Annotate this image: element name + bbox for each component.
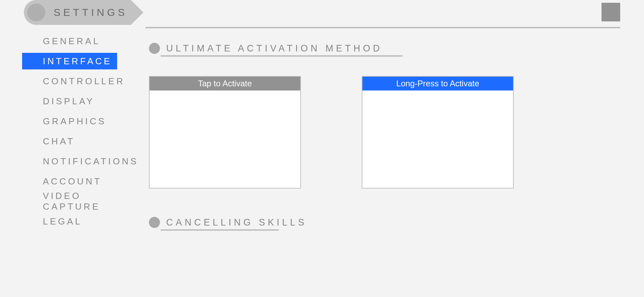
option-label: Tap to Activate [198, 79, 252, 88]
sidebar-item-interface[interactable]: INTERFACE [22, 53, 117, 69]
sidebar-item-display[interactable]: DISPLAY [22, 93, 117, 109]
section-bullet-icon [149, 43, 160, 54]
sidebar-item-label: INTERFACE [43, 56, 112, 67]
ultimate-options-row: Tap to Activate Long-Press to Activate [149, 76, 623, 189]
sidebar-item-legal[interactable]: LEGAL [22, 213, 117, 230]
sidebar-item-general[interactable]: GENERAL [22, 33, 117, 49]
section-bullet-icon [149, 217, 160, 228]
sidebar-item-chat[interactable]: CHAT [22, 133, 117, 150]
sidebar-item-graphics[interactable]: GRAPHICS [22, 113, 117, 130]
sidebar-item-controller[interactable]: CONTROLLER [22, 73, 117, 89]
option-long-press-to-activate[interactable]: Long-Press to Activate [362, 76, 514, 189]
option-label: Long-Press to Activate [396, 79, 479, 88]
settings-sidebar: GENERAL INTERFACE CONTROLLER DISPLAY GRA… [22, 33, 117, 233]
sidebar-item-account[interactable]: ACCOUNT [22, 173, 117, 190]
header-divider [145, 27, 620, 28]
section-title: ULTIMATE ACTIVATION METHOD [166, 43, 382, 54]
section-underline [161, 55, 402, 57]
sidebar-item-label: LEGAL [43, 216, 82, 227]
section-underline [161, 229, 279, 231]
sidebar-item-label: NOTIFICATIONS [43, 156, 139, 167]
sidebar-item-video-capture[interactable]: VIDEO CAPTURE [22, 193, 117, 210]
sidebar-item-label: CONTROLLER [43, 76, 125, 87]
sidebar-item-label: VIDEO CAPTURE [43, 191, 117, 212]
section-header-ultimate: ULTIMATE ACTIVATION METHOD [149, 41, 623, 55]
sidebar-item-label: CHAT [43, 136, 75, 147]
sidebar-item-label: DISPLAY [43, 96, 95, 107]
option-header: Long-Press to Activate [362, 77, 513, 90]
header-ornament-dot [27, 3, 45, 21]
sidebar-item-label: GRAPHICS [43, 116, 106, 127]
option-tap-to-activate[interactable]: Tap to Activate [149, 76, 301, 189]
page-title: SETTINGS [54, 7, 127, 18]
sidebar-item-notifications[interactable]: NOTIFICATIONS [22, 153, 117, 170]
option-preview [150, 90, 300, 188]
main-content: ULTIMATE ACTIVATION METHOD Tap to Activa… [149, 41, 623, 250]
sidebar-item-label: ACCOUNT [43, 176, 102, 187]
close-button[interactable] [602, 3, 620, 21]
option-header: Tap to Activate [150, 77, 300, 90]
section-header-cancelling: CANCELLING SKILLS [149, 215, 623, 229]
section-title: CANCELLING SKILLS [166, 217, 307, 228]
option-preview [362, 90, 513, 188]
sidebar-item-label: GENERAL [43, 36, 100, 47]
